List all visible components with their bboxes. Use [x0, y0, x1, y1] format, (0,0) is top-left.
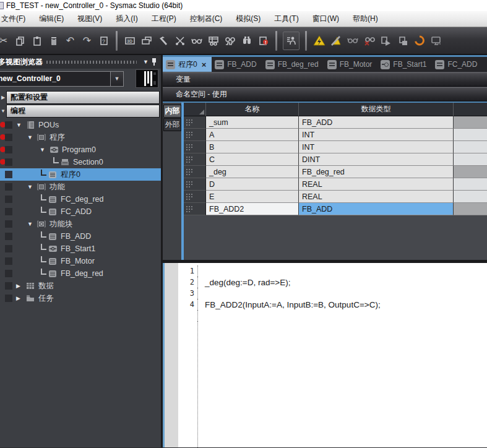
help-doc-icon[interactable]: ?	[95, 32, 112, 50]
search-icon[interactable]	[238, 32, 255, 50]
table-row[interactable]: E REAL	[184, 191, 487, 203]
cut-icon[interactable]: ✂	[0, 32, 12, 50]
row-drag-handle[interactable]	[184, 153, 206, 166]
code-line[interactable]: 1	[178, 265, 487, 277]
watch-table-icon[interactable]	[205, 32, 222, 50]
section-configurations[interactable]: 配置和设置	[6, 91, 160, 104]
tab-fb-start1[interactable]: FB_Start1	[377, 57, 432, 72]
close-tab-icon[interactable]: ×	[202, 60, 207, 69]
variable-name-cell[interactable]: B	[206, 141, 299, 153]
menu-controller[interactable]: 控制器(C)	[183, 11, 230, 27]
window-layout-icon[interactable]	[138, 32, 155, 50]
variables-bar[interactable]: 变量	[163, 72, 487, 87]
expander-icon[interactable]: ▼	[16, 122, 25, 128]
row-drag-handle[interactable]	[184, 141, 206, 153]
menu-tools[interactable]: 工具(T)	[267, 11, 305, 27]
expander-icon[interactable]: ▼	[27, 134, 37, 140]
variable-type-cell[interactable]: INT	[299, 141, 454, 153]
section-collapsed-icon[interactable]: ▶	[0, 95, 6, 100]
tree-item-tasks[interactable]: ▶ 任务	[0, 292, 161, 304]
variable-name-cell[interactable]: D	[206, 178, 299, 191]
variable-name-cell[interactable]: _deg	[206, 166, 299, 178]
redo-icon[interactable]: ↷	[79, 32, 95, 50]
tree-item-program0[interactable]: ▼ Program0	[0, 144, 161, 156]
code-line[interactable]: 2 _deg(deg:=D, rad=>E);	[178, 277, 487, 288]
synchronize-icon[interactable]	[411, 32, 428, 50]
controller-status-icon[interactable]	[428, 32, 444, 50]
table-row[interactable]: B INT	[184, 141, 487, 153]
tree-item-fb-add[interactable]: FB_ADD	[0, 230, 161, 243]
row-drag-handle[interactable]	[184, 129, 206, 141]
code-text[interactable]: FB_ADD2(InputA:=A, InputB:=B, OutputC=>C…	[198, 300, 381, 309]
table-row-selected[interactable]: FB_ADD2 FB_ADD	[184, 203, 487, 215]
watch-window-icon[interactable]	[188, 32, 205, 50]
row-drag-handle[interactable]	[184, 166, 206, 178]
code-line[interactable]: 3	[178, 288, 487, 299]
variable-name-cell[interactable]: C	[206, 153, 299, 166]
table-row[interactable]: D REAL	[184, 178, 487, 191]
variable-type-cell[interactable]: REAL	[299, 178, 454, 191]
tree-item-pous[interactable]: ▼ POUs	[0, 119, 161, 131]
initial-value-cell[interactable]	[454, 178, 487, 191]
build-icon[interactable]	[155, 32, 171, 50]
menu-help[interactable]: 帮助(H)	[346, 11, 385, 27]
tab-fb-motor[interactable]: FB_Motor	[324, 57, 378, 72]
variable-type-cell[interactable]: DINT	[299, 153, 454, 166]
table-row[interactable]: _deg FB_deg_red	[184, 166, 487, 178]
3d-view-icon[interactable]: 3D	[121, 32, 138, 50]
menu-simulation[interactable]: 模拟(S)	[229, 11, 267, 27]
variable-type-cell[interactable]: FB_ADD	[299, 116, 454, 129]
rebuild-icon[interactable]	[171, 32, 188, 50]
tab-fb-add[interactable]: FB_ADD	[212, 57, 262, 72]
expander-icon[interactable]: ▼	[27, 184, 37, 190]
tree-item-programs[interactable]: ▼ 程序	[0, 131, 161, 144]
delete-icon[interactable]	[45, 32, 62, 50]
variable-name-cell[interactable]: _sum	[206, 116, 299, 129]
column-name[interactable]: 名称	[206, 103, 299, 116]
troubleshooting-icon[interactable]: !	[255, 32, 272, 50]
column-datatype[interactable]: 数据类型	[299, 103, 454, 116]
expander-icon[interactable]: ▼	[27, 221, 37, 227]
code-line[interactable]	[178, 321, 487, 447]
code-line[interactable]: 4 FB_ADD2(InputA:=A, InputB:=B, OutputC=…	[178, 299, 487, 310]
menu-file[interactable]: 文件(F)	[0, 11, 32, 27]
panel-menu-icon[interactable]: ▼	[143, 59, 149, 65]
menu-window[interactable]: 窗口(W)	[306, 11, 346, 27]
tab-external[interactable]: 外部	[163, 118, 181, 131]
tab-fb-deg-red[interactable]: FB_deg_red	[262, 57, 324, 72]
tab-fc-add[interactable]: FC_ADD	[432, 57, 483, 72]
tab-program0[interactable]: 程序0 ×	[163, 57, 212, 72]
code-line[interactable]	[178, 310, 487, 321]
go-online-icon[interactable]	[311, 32, 327, 50]
tree-item-fb-start1[interactable]: FB_Start1	[0, 243, 161, 255]
code-text[interactable]: _deg(deg:=D, rad=>E);	[198, 278, 290, 287]
expander-icon[interactable]: ▼	[40, 147, 49, 153]
data-trace-icon[interactable]	[222, 32, 238, 50]
namespace-bar[interactable]: 命名空间 - 使用	[163, 87, 487, 101]
stop-monitor-icon[interactable]	[361, 32, 377, 50]
chevron-down-icon[interactable]: ▼	[110, 72, 123, 86]
menu-insert[interactable]: 插入(I)	[109, 11, 144, 27]
expander-icon[interactable]: ▶	[16, 283, 25, 289]
initial-value-cell[interactable]	[454, 191, 487, 203]
tree-item-data[interactable]: ▶ 数据	[0, 280, 161, 292]
run-simulation-icon[interactable]	[283, 32, 300, 50]
initial-value-cell[interactable]	[454, 129, 487, 141]
table-row[interactable]: C DINT	[184, 153, 487, 166]
table-row[interactable]: _sum FB_ADD	[184, 116, 487, 129]
initial-value-cell[interactable]	[454, 141, 487, 153]
tree-item-section0[interactable]: Section0	[0, 156, 161, 168]
breakpoint-gutter[interactable]	[165, 263, 178, 447]
tree-item-functions[interactable]: ▼ 功能	[0, 181, 161, 193]
row-drag-handle[interactable]	[184, 116, 206, 129]
tree-item-fc-deg-red[interactable]: FC_deg_red	[0, 193, 161, 205]
column-initial[interactable]: 初始值	[454, 103, 487, 116]
variable-type-cell[interactable]: FB_deg_red	[299, 166, 454, 178]
menu-project[interactable]: 工程(P)	[145, 11, 183, 27]
transfer-to-controller-icon[interactable]	[377, 32, 394, 50]
controller-selector[interactable]: new_Controller_0 ▼	[0, 71, 124, 87]
paste-icon[interactable]	[28, 32, 45, 50]
initial-value-cell[interactable]	[454, 153, 487, 166]
tree-item-program0-st[interactable]: 程序0	[0, 168, 161, 181]
tree-item-fb-deg-red[interactable]: FB_deg_red	[0, 267, 161, 280]
